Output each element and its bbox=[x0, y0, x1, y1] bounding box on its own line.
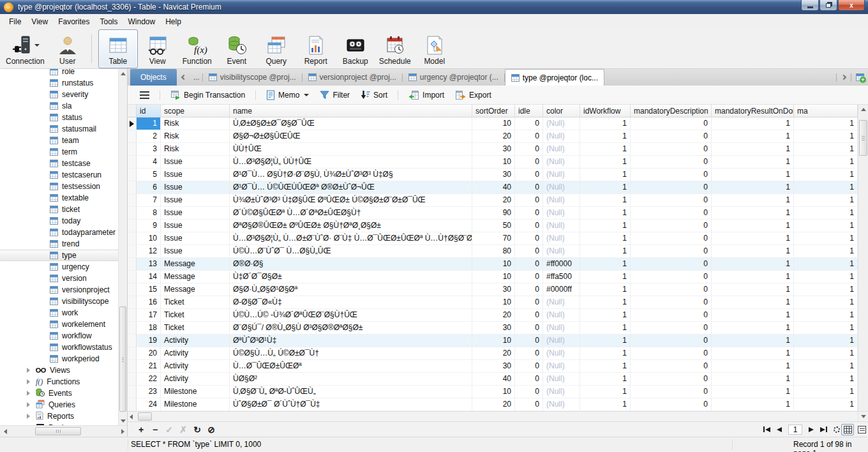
menu-window[interactable]: Window bbox=[123, 15, 161, 28]
cell-sortorder[interactable]: 50 bbox=[472, 220, 515, 232]
grid-scroll-thumb[interactable] bbox=[859, 120, 867, 156]
cell-mandatoryresultondone[interactable]: 1 bbox=[712, 156, 794, 168]
cell-ma[interactable]: 1 bbox=[794, 181, 858, 193]
cell-mandatorydescription[interactable]: 0 bbox=[631, 207, 712, 219]
cell-idle[interactable]: 0 bbox=[515, 143, 543, 155]
tab-versionproject[interactable]: versionproject @proj... bbox=[303, 69, 402, 86]
sidebar-item-statusmail[interactable]: statusmail bbox=[0, 123, 118, 135]
cell-color[interactable]: (Null) bbox=[543, 143, 580, 155]
grid-menu-button[interactable] bbox=[137, 89, 153, 101]
cell-mandatorydescription[interactable]: 0 bbox=[631, 347, 712, 359]
cell-sortorder[interactable]: 90 bbox=[472, 207, 515, 219]
stop-record-button[interactable]: ⊘ bbox=[204, 425, 218, 435]
cell-scope[interactable]: Activity bbox=[161, 347, 230, 359]
cell-scope[interactable]: Issue bbox=[161, 220, 230, 232]
sidebar-item-runstatus[interactable]: runstatus bbox=[0, 77, 118, 89]
toolbar-event-button[interactable]: Event bbox=[217, 29, 257, 68]
sidebar-group-events[interactable]: Events bbox=[0, 388, 118, 399]
export-button[interactable]: Export bbox=[452, 88, 495, 102]
cell-id[interactable]: 16 bbox=[137, 296, 161, 308]
settings-button[interactable] bbox=[834, 426, 840, 433]
cell-id[interactable]: 18 bbox=[137, 322, 161, 334]
cell-scope[interactable]: Issue bbox=[161, 194, 230, 206]
sidebar-item-urgency[interactable]: urgency bbox=[0, 261, 118, 273]
cell-mandatoryresultondone[interactable]: 1 bbox=[712, 181, 794, 193]
cell-idworkflow[interactable]: 1 bbox=[580, 207, 631, 219]
cell-name[interactable]: Ù…Ø³Ø§Ø¦Ù„ Ù…Ø±Ø¨ÙˆØ· Ø¨Ù‡ Ù…Ø¯ÛŒØ±ÛŒØª … bbox=[230, 232, 472, 245]
cell-idle[interactable]: 0 bbox=[515, 245, 543, 257]
cell-id[interactable]: 23 bbox=[137, 386, 161, 398]
table-row[interactable]: 8IssueØ´Ú©Ø§ÛŒØª Ù…Ø´ØªØ±ÛŒØ§Ù†900(Null)… bbox=[128, 207, 858, 220]
cell-mandatorydescription[interactable]: 0 bbox=[631, 194, 712, 206]
cell-idle[interactable]: 0 bbox=[515, 207, 543, 219]
cell-ma[interactable]: 1 bbox=[794, 373, 858, 385]
row-selector[interactable] bbox=[128, 169, 137, 181]
cell-name[interactable]: Ø´Ú©Ø§ÛŒØª Ù…Ø´ØªØ±ÛŒØ§Ù† bbox=[230, 207, 472, 219]
minimize-button[interactable] bbox=[801, 0, 819, 11]
cell-mandatorydescription[interactable]: 0 bbox=[631, 130, 712, 142]
sidebar-item-workflow[interactable]: workflow bbox=[0, 330, 118, 342]
table-row[interactable]: 5IssueØ¹Ø¯Ù… Ø§Ù†Ø·Ø¨Ø§Ù‚ Ù¾Ø±ÙˆØ³Ø³ Ù‡Ø… bbox=[128, 169, 858, 181]
cell-ma[interactable]: 1 bbox=[794, 117, 858, 130]
cell-id[interactable]: 6 bbox=[137, 181, 161, 193]
toolbar-view-button[interactable]: View bbox=[138, 29, 177, 68]
sidebar-item-type[interactable]: type bbox=[0, 250, 118, 261]
tab-type[interactable]: type @projeqtor (loc... bbox=[505, 69, 604, 86]
sidebar-item-ticket[interactable]: ticket bbox=[0, 204, 118, 215]
tab-overflow-label[interactable]: ... bbox=[191, 69, 202, 86]
row-selector[interactable] bbox=[128, 296, 137, 308]
cell-id[interactable]: 24 bbox=[137, 398, 161, 411]
table-row[interactable]: 4IssueÙ…Ø³Ø§Ø¦Ù„ ÙÙ†ÛŒ100(Null)1011 bbox=[128, 156, 858, 169]
cell-mandatoryresultondone[interactable]: 1 bbox=[712, 130, 794, 142]
cell-scope[interactable]: Activity bbox=[161, 373, 230, 385]
row-selector[interactable] bbox=[128, 258, 137, 270]
cell-name[interactable]: Ø§Ø¬Ø±Ø§ÛŒÛŒ bbox=[230, 130, 472, 142]
cell-name[interactable]: Ø§Ø·Ù„Ø§Ø¹Ø§Øª bbox=[230, 283, 472, 296]
cell-ma[interactable]: 1 bbox=[794, 271, 858, 283]
sidebar-item-trend[interactable]: trend bbox=[0, 238, 118, 250]
cell-scope[interactable]: Message bbox=[161, 258, 230, 270]
cell-id[interactable]: 22 bbox=[137, 373, 161, 385]
sidebar-item-todayparameter[interactable]: todayparameter bbox=[0, 227, 118, 238]
tab-objects[interactable]: Objects bbox=[130, 69, 177, 86]
cell-idworkflow[interactable]: 1 bbox=[580, 309, 631, 321]
cell-color[interactable]: (Null) bbox=[543, 335, 580, 347]
form-view-toggle[interactable] bbox=[855, 424, 868, 435]
table-row[interactable]: 9IssueØªØ§Ø®ÛŒØ± ØºÛŒØ± Ø§Ù†ØªØ¸Ø§Ø±500(… bbox=[128, 220, 858, 232]
cell-ma[interactable]: 1 bbox=[794, 296, 858, 308]
toolbar-backup-button[interactable]: Backup bbox=[336, 29, 375, 68]
cell-id[interactable]: 13 bbox=[137, 258, 161, 270]
cell-name[interactable]: Ú©Ø§Ù…Ù„ Ú©Ø±Ø¯Ù† bbox=[230, 347, 472, 359]
cell-color[interactable]: (Null) bbox=[543, 386, 580, 398]
cell-idworkflow[interactable]: 1 bbox=[580, 360, 631, 372]
sidebar-item-severity[interactable]: severity bbox=[0, 89, 118, 100]
cell-idle[interactable]: 0 bbox=[515, 117, 543, 130]
cell-sortorder[interactable]: 10 bbox=[472, 258, 515, 270]
cell-scope[interactable]: Risk bbox=[161, 117, 230, 130]
table-row[interactable]: 10IssueÙ…Ø³Ø§Ø¦Ù„ Ù…Ø±Ø¨ÙˆØ· Ø¨Ù‡ Ù…Ø¯ÛŒ… bbox=[128, 232, 858, 245]
cell-name[interactable]: Ù‚Ø§Ø¨Ù„ ØªØ-ÙˆÛŒÙ„ bbox=[230, 386, 472, 398]
cell-mandatoryresultondone[interactable]: 1 bbox=[712, 232, 794, 245]
sidebar-item-testcase[interactable]: testcase bbox=[0, 158, 118, 169]
cell-mandatoryresultondone[interactable]: 1 bbox=[712, 398, 794, 411]
cell-color[interactable]: (Null) bbox=[543, 322, 580, 334]
cell-color[interactable]: (Null) bbox=[543, 194, 580, 206]
column-header-scope[interactable]: scope bbox=[161, 105, 230, 117]
toolbar-model-button[interactable]: Model bbox=[415, 29, 454, 68]
table-row[interactable]: 15MessageØ§Ø·Ù„Ø§Ø¹Ø§Øª300#0000ff1011 bbox=[128, 283, 858, 296]
cell-scope[interactable]: Ticket bbox=[161, 309, 230, 321]
cell-scope[interactable]: Issue bbox=[161, 169, 230, 181]
sidebar-item-workperiod[interactable]: workperiod bbox=[0, 353, 118, 365]
menu-help[interactable]: Help bbox=[160, 15, 186, 28]
cell-ma[interactable]: 1 bbox=[794, 207, 858, 219]
column-header-ma[interactable]: ma bbox=[794, 105, 858, 117]
cell-sortorder[interactable]: 20 bbox=[472, 309, 515, 321]
cancel-record-button[interactable]: ✗ bbox=[176, 425, 190, 435]
cell-mandatoryresultondone[interactable]: 1 bbox=[712, 169, 794, 181]
cell-mandatorydescription[interactable]: 0 bbox=[631, 283, 712, 296]
cell-mandatorydescription[interactable]: 0 bbox=[631, 296, 712, 308]
cell-color[interactable]: (Null) bbox=[543, 169, 580, 181]
toolbar-user-button[interactable]: User bbox=[48, 29, 87, 68]
memo-button[interactable]: Memo bbox=[263, 88, 312, 102]
cell-mandatoryresultondone[interactable]: 1 bbox=[712, 296, 794, 308]
